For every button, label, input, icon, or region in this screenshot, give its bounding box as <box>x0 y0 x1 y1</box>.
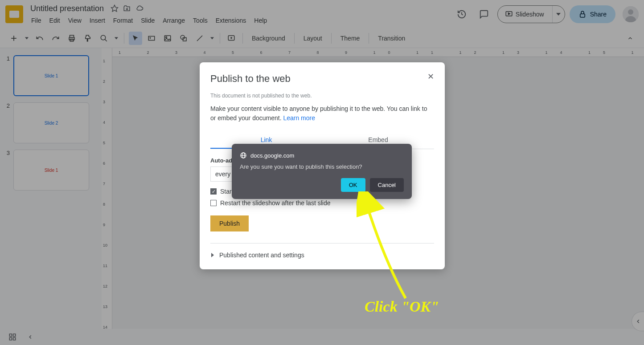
checkbox-checked-icon: ✓ <box>210 188 217 195</box>
published-content-expand[interactable]: Published content and settings <box>210 252 434 259</box>
publish-button[interactable]: Publish <box>210 215 249 231</box>
checkbox-icon <box>210 200 217 206</box>
close-icon[interactable]: ✕ <box>425 71 436 82</box>
dialog-title: Publish to the web <box>210 73 434 85</box>
ok-button[interactable]: OK <box>341 178 365 192</box>
dialog-description: Make your content visible to anyone by p… <box>210 104 434 123</box>
cancel-button[interactable]: Cancel <box>370 178 404 192</box>
restart-checkbox-row[interactable]: Restart the slideshow after the last sli… <box>210 199 434 207</box>
globe-icon <box>240 152 247 159</box>
confirm-message: Are you sure you want to publish this se… <box>240 163 404 170</box>
dialog-note: This document is not published to the we… <box>210 93 434 99</box>
confirm-domain: docs.google.com <box>250 152 294 159</box>
svg-marker-33 <box>211 253 214 257</box>
annotation-text: Click "OK" <box>365 298 439 315</box>
learn-more-link[interactable]: Learn more <box>283 114 315 122</box>
confirm-popup: docs.google.com Are you sure you want to… <box>232 144 412 199</box>
